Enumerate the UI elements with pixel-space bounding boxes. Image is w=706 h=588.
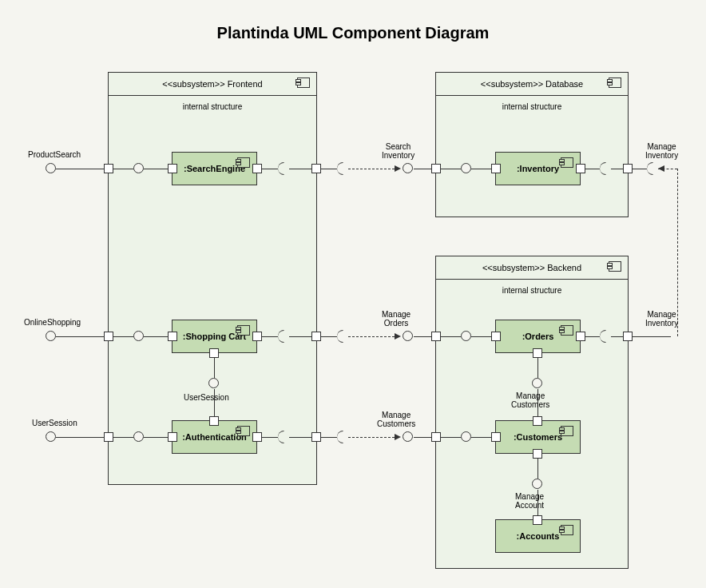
connector [414,169,431,169]
label-manageaccount: Manage Account [515,492,544,510]
port [209,416,219,426]
connector [611,336,623,337]
interface-ball [461,331,471,341]
connector [633,336,671,337]
connector [471,437,491,438]
connector [414,336,431,337]
label-usersession-inner: UserSession [184,393,229,402]
interface-ball [46,163,56,173]
connector [441,437,461,438]
label-searchinventory: Search Inventory [382,142,414,160]
connector [262,169,278,169]
label-onlineshopping: OnlineShopping [24,318,81,327]
connector [537,358,538,378]
database-internal-label: internal structure [436,96,628,111]
interface-ball [532,378,542,388]
port [104,432,113,442]
port [533,416,542,426]
connector [471,169,491,169]
port [311,432,321,442]
connector [144,336,168,337]
port [311,332,321,341]
connector [441,336,461,337]
label-productsearch: ProductSearch [28,150,81,159]
connector [289,336,311,337]
connector [441,169,461,169]
inventory-label: :Inventory [517,164,559,173]
connector [585,169,600,169]
database-header: <<subsystem>> Database [436,73,628,96]
connector [321,336,337,337]
component-icon [237,325,250,336]
port [104,164,113,173]
interface-ball [133,431,144,442]
port [623,332,633,341]
component-icon [561,325,573,336]
connector [289,437,311,438]
component-searchengine: :SearchEngine [172,152,257,185]
connector [414,437,431,438]
connector [113,336,133,337]
interface-ball [403,331,413,341]
backend-internal-label: internal structure [436,280,628,295]
interface-ball [133,331,144,341]
port [533,449,542,459]
interface-ball [133,163,144,173]
connector [262,336,278,337]
port [533,515,542,525]
connector [113,437,133,438]
connector [144,437,168,438]
port [491,432,501,442]
orders-label: :Orders [522,332,554,341]
interface-socket [337,162,349,175]
database-stereotype: <<subsystem>> Database [481,79,583,89]
component-icon [561,426,573,436]
connector [321,437,337,438]
connector-dashed [348,169,395,169]
label-manageorders: Manage Orders [382,310,411,328]
port [104,332,113,341]
label-manageinventory-right: Manage Inventory [645,310,678,328]
connector [611,169,623,169]
connector [289,169,311,169]
frontend-header: <<subsystem>> Frontend [109,73,316,96]
label-usersession: UserSession [32,419,77,427]
connector [56,169,104,169]
diagram-canvas: Plantinda UML Component Diagram <<subsys… [0,0,706,588]
connector-dashed [348,336,395,337]
arrow-icon [395,165,401,172]
port [168,164,177,173]
interface-ball [532,479,542,489]
port [311,164,321,173]
component-icon [297,77,310,88]
port [576,332,585,341]
interface-ball [403,163,413,173]
interface-ball [46,431,56,442]
component-icon [561,525,573,535]
component-icon [609,261,621,272]
frontend-stereotype: <<subsystem>> Frontend [162,79,262,89]
subsystem-database: <<subsystem>> Database internal structur… [435,72,629,217]
interface-ball [208,378,219,388]
component-icon [237,157,250,168]
component-icon [237,426,250,436]
port [431,164,441,173]
backend-stereotype: <<subsystem>> Backend [482,263,581,272]
interface-ball [461,431,471,442]
port [252,332,262,341]
connector [113,169,133,169]
interface-socket [337,330,349,343]
connector [262,437,278,438]
port [431,332,441,341]
arrow-icon [658,165,664,172]
diagram-title: Plantinda UML Component Diagram [0,24,706,42]
interface-ball [403,431,413,442]
port [252,164,262,173]
connector-dashed [348,437,395,438]
connector [56,336,104,337]
port [491,164,501,173]
port [533,348,542,358]
connector [633,169,647,169]
interface-ball [461,163,471,173]
port [209,348,219,358]
